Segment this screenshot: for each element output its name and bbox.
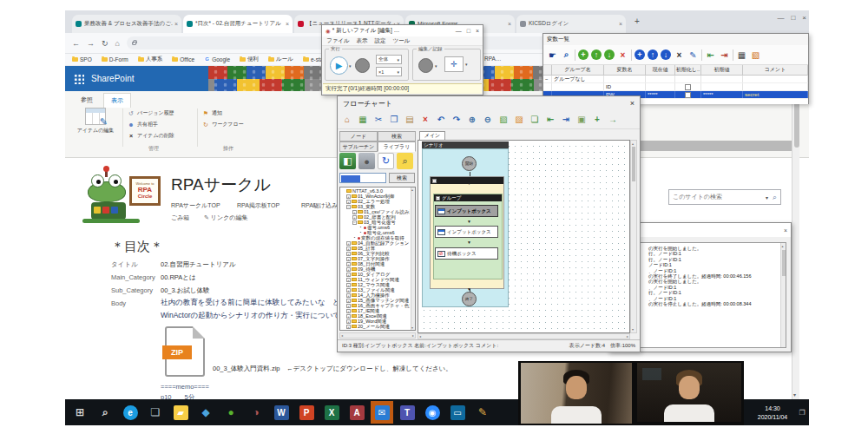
export-image-icon[interactable]: ⇥	[559, 113, 573, 127]
menu-item[interactable]: 表示	[357, 37, 368, 45]
paste-icon[interactable]: ▤	[403, 113, 417, 127]
zoom-in-icon[interactable]: ⊕	[465, 113, 479, 127]
close-button[interactable]: ×	[476, 28, 479, 34]
ribbon-tab-view[interactable]: 表示	[103, 93, 131, 108]
library-book-icon[interactable]: ◧	[339, 153, 356, 169]
video-meeting-icon[interactable]: ◉	[421, 401, 444, 424]
browser-tab[interactable]: KICSDログイン ×	[516, 15, 626, 33]
browser-scrollbar[interactable]: ▾	[792, 94, 799, 399]
version-history-button[interactable]: ↺バージョン履歴	[128, 108, 174, 119]
refresh-icon[interactable]: ↻	[102, 39, 108, 48]
redo-icon[interactable]: ↷	[450, 113, 464, 127]
tree-toggle-icon[interactable]	[346, 299, 351, 303]
run-scope-select[interactable]: 全体▾	[376, 55, 402, 64]
close-button[interactable]: ×	[802, 14, 806, 22]
nav-link-recycle-bin[interactable]: ごみ箱	[171, 214, 189, 222]
separator[interactable]	[575, 49, 575, 61]
tab-close-icon[interactable]: ×	[286, 21, 289, 27]
flowchart-title-bar[interactable]: フローチャート ×	[338, 96, 640, 110]
menu-item[interactable]: 設定	[375, 37, 386, 45]
search-icon[interactable]: ⌕	[773, 193, 777, 202]
zoom-out-icon[interactable]: ⊖	[481, 113, 495, 127]
initialize-checkbox-cell[interactable]	[675, 91, 701, 98]
tree-toggle-icon[interactable]	[346, 247, 351, 251]
maximize-button[interactable]: □	[467, 28, 470, 34]
input-box-node[interactable]: インプットボックス	[435, 226, 498, 238]
save-image-icon[interactable]: ▦	[356, 113, 370, 127]
back-icon[interactable]: ←	[72, 39, 80, 48]
import-image-icon[interactable]: ⇤	[543, 113, 557, 127]
edit-item-button[interactable]: アイテムの編集	[72, 108, 119, 148]
forward-icon[interactable]: →	[87, 39, 95, 48]
cut-icon[interactable]: ✂	[372, 113, 385, 127]
tree-toggle-icon[interactable]	[346, 288, 351, 293]
add-variable-icon[interactable]: +	[635, 49, 645, 60]
tab-subroutine[interactable]: サブルーチン	[339, 141, 378, 152]
excel-icon[interactable]: X	[320, 401, 343, 424]
start-node[interactable]: 開始	[462, 156, 477, 171]
initialize-checkbox-cell[interactable]	[675, 76, 701, 82]
run-button[interactable]: ▶	[330, 56, 348, 75]
edit-dropdown-icon[interactable]: ▾	[465, 62, 468, 67]
browser-tab[interactable]: 業務改善 & プロセス改善手法のご… ×	[72, 15, 181, 33]
pan-hand-icon[interactable]: ☛	[547, 49, 558, 61]
move-group-down-icon[interactable]: ↓	[604, 49, 615, 60]
minimize-button[interactable]: —	[777, 14, 784, 22]
canvas-horizontal-scrollbar[interactable]: ◂▸	[418, 333, 630, 339]
task-view-icon[interactable]: ❏	[144, 401, 167, 424]
variable-list-title-bar[interactable]: 変数一覧	[543, 34, 808, 45]
nav-link-board[interactable]: RPA掲示板TOP	[237, 201, 279, 210]
move-variable-down-icon[interactable]: ↓	[661, 49, 671, 60]
remote-desktop-icon[interactable]: ▭	[446, 401, 469, 424]
separator[interactable]	[733, 49, 733, 61]
tree-toggle-icon[interactable]	[346, 325, 351, 329]
library-search-icon[interactable]: ⌕	[397, 153, 413, 169]
file-explorer-icon[interactable]: ▰	[169, 401, 192, 424]
excel-export-icon[interactable]: ▧	[750, 49, 761, 61]
collapse-icon[interactable]: −	[432, 179, 437, 183]
powerpoint-icon[interactable]: P	[295, 401, 318, 424]
scroll-down-icon[interactable]: ▾	[793, 391, 796, 398]
edit-variable-icon[interactable]: ✎	[687, 49, 699, 61]
separator[interactable]	[631, 49, 632, 61]
taskbar-clock[interactable]: 14:30 2020/11/04	[747, 399, 798, 425]
browser-tab[interactable]: *目次* - 02.自習用チュートリアル ×	[183, 15, 293, 33]
tree-toggle-icon[interactable]	[352, 210, 357, 214]
input-box-node-selected[interactable]: インプットボックス	[435, 205, 498, 217]
tab-node[interactable]: ノード	[339, 131, 378, 141]
record-button[interactable]	[418, 58, 433, 73]
bookmark-item[interactable]: 人事系	[138, 56, 163, 63]
tree-toggle-icon[interactable]	[346, 257, 351, 261]
tree-toggle-icon[interactable]	[346, 194, 351, 199]
ribbon-tab-browse[interactable]: 参照	[74, 93, 100, 107]
participant-video-2[interactable]	[637, 363, 741, 422]
wait-box-node[interactable]: 待機ボックス	[435, 247, 498, 260]
tree-toggle-icon[interactable]	[346, 241, 351, 246]
word-icon[interactable]: W	[270, 401, 293, 424]
flowchart-canvas[interactable]: シナリオ 開始 − −グループ ▼ インプットボックス ▼	[418, 140, 630, 333]
bookmark-item[interactable]: D-Form	[102, 56, 128, 62]
tree-toggle-icon[interactable]	[346, 262, 351, 266]
library-search-input[interactable]	[339, 173, 386, 183]
tab-search[interactable]: 検索	[378, 131, 416, 141]
delete-variable-icon[interactable]: ×	[674, 49, 685, 61]
separator[interactable]	[701, 49, 702, 61]
tree-scrollbar[interactable]	[411, 187, 415, 330]
app-diamond-icon[interactable]: ◆	[194, 401, 217, 424]
log-scrollbar[interactable]	[780, 243, 786, 347]
canvas-vertical-scrollbar[interactable]	[630, 140, 637, 333]
participant-video-1[interactable]	[521, 363, 632, 424]
copy-icon[interactable]: ❐	[387, 113, 401, 127]
action-center-icon[interactable]: ❐	[797, 399, 807, 425]
sharepoint-brand[interactable]: SharePoint	[91, 74, 134, 83]
bookmark-item[interactable]: 便利	[240, 56, 259, 63]
tree-toggle-icon[interactable]	[346, 293, 351, 298]
column-header[interactable]	[543, 65, 552, 75]
outlook-icon[interactable]: ✉	[371, 401, 393, 424]
paint-icon[interactable]: ✎	[471, 401, 494, 424]
delete-group-icon[interactable]: ×	[617, 49, 628, 61]
bookmark-item[interactable]: ルール	[268, 56, 293, 63]
close-icon[interactable]: ×	[784, 227, 787, 233]
edge-icon[interactable]: e	[119, 401, 141, 424]
close-icon[interactable]: ×	[630, 99, 635, 108]
